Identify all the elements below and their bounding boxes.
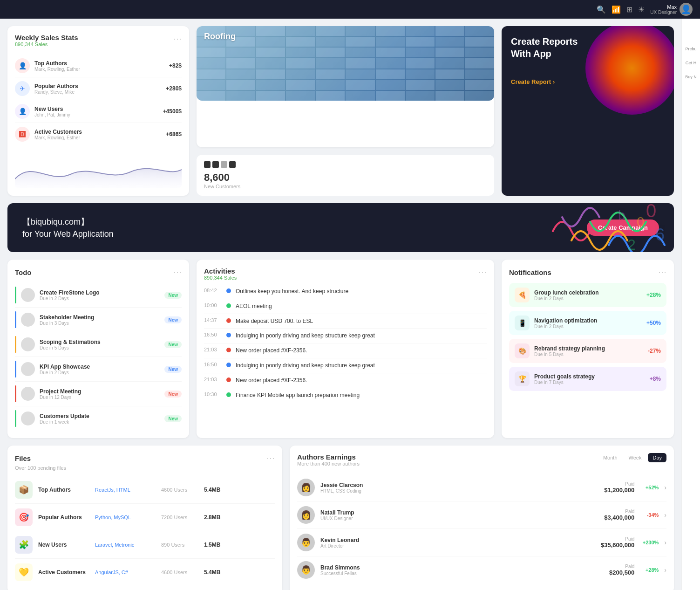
file-row: 📦 Top Authors ReactJs, HTML 4600 Users 5… bbox=[15, 476, 275, 504]
author-role: UI/UX Designer bbox=[320, 516, 598, 521]
activity-text: Outlines keep you honest. And keep struc… bbox=[236, 288, 487, 295]
user-profile[interactable]: Max UX Designer 👤 bbox=[650, 3, 693, 16]
author-paid-label: Paid bbox=[609, 564, 634, 569]
author-name: Brad Simmons bbox=[320, 564, 604, 571]
todo-bar bbox=[15, 336, 16, 353]
todo-info: Create FireStone Logo Due in 2 Days bbox=[40, 289, 160, 301]
notif-icon: 📱 bbox=[515, 316, 530, 330]
stat-name: New Users bbox=[34, 106, 158, 112]
author-percent: -34% bbox=[640, 512, 659, 518]
author-chevron-icon[interactable]: › bbox=[664, 539, 666, 546]
stat-row: 👤 Top Authors Mark, Rowling, Esther +82$ bbox=[15, 55, 182, 77]
tab-month[interactable]: Month bbox=[598, 453, 622, 462]
todo-badge: New bbox=[164, 366, 182, 373]
grid-icon[interactable]: ⊞ bbox=[626, 5, 632, 14]
author-payment: Paid $3,400,000 bbox=[604, 509, 634, 521]
stat-icon: 👤 bbox=[15, 104, 30, 119]
author-name: Jessie Clarcson bbox=[320, 482, 598, 488]
author-role: Successful Fellas bbox=[320, 571, 604, 576]
todo-title: Todo bbox=[15, 268, 32, 276]
author-avatar: 👨 bbox=[297, 534, 315, 551]
todo-item: Create FireStone Logo Due in 2 Days New bbox=[15, 283, 182, 308]
file-row: 💛 Active Customers AngularJS, C# 4600 Us… bbox=[15, 559, 275, 586]
todo-bar bbox=[15, 410, 16, 427]
files-title: Files bbox=[15, 454, 31, 462]
sidebar-right-item-1[interactable]: Get H bbox=[686, 61, 697, 65]
todo-name: Scoping & Estimations bbox=[40, 339, 160, 345]
tab-day[interactable]: Day bbox=[648, 453, 666, 462]
brightness-icon[interactable]: ☀ bbox=[638, 5, 645, 14]
file-size: 1.5MB bbox=[204, 542, 220, 548]
weekly-stats-title: Weekly Sales Stats bbox=[15, 34, 78, 41]
activity-row: 21:03 New order placed #XF-2356. bbox=[204, 343, 487, 358]
campaign-domain: 【biqubiqu.com】 bbox=[22, 216, 114, 227]
todo-item: Stakeholder Meeting Due in 3 Days New bbox=[15, 308, 182, 332]
activity-row: 14:37 Make deposit USD 700. to ESL bbox=[204, 314, 487, 329]
author-amount: $1,200,000 bbox=[604, 487, 634, 494]
weekly-stats-menu[interactable]: ⋯ bbox=[173, 34, 182, 44]
todo-bar bbox=[15, 385, 16, 402]
author-amount: $35,600,000 bbox=[601, 542, 634, 549]
stat-row: 🅱 Active Customers Mark, Rowling, Esther… bbox=[15, 123, 182, 145]
notif-name: Group lunch celebration bbox=[534, 289, 642, 296]
author-row: 👨 Kevin Leonard Art Director Paid $35,60… bbox=[297, 529, 666, 556]
todo-avatar bbox=[21, 387, 35, 401]
author-rows: 👩 Jessie Clarcson HTML, CSS Coding Paid … bbox=[297, 474, 666, 583]
todo-info: Scoping & Estimations Due in 5 Days bbox=[40, 339, 160, 350]
authors-tabs: Month Week Day bbox=[598, 453, 666, 462]
search-icon[interactable]: 🔍 bbox=[597, 5, 606, 14]
notifications-menu[interactable]: ⋯ bbox=[658, 267, 666, 277]
create-report-label: Create Report bbox=[511, 78, 551, 85]
notif-icon: 🍕 bbox=[515, 288, 530, 302]
activity-text: New order placed #XF-2356. bbox=[236, 377, 487, 384]
files-menu[interactable]: ⋯ bbox=[266, 453, 275, 463]
author-avatar: 👨 bbox=[297, 561, 315, 579]
author-percent: +28% bbox=[640, 567, 659, 573]
notif-icon: 🏆 bbox=[515, 371, 530, 386]
author-chevron-icon[interactable]: › bbox=[664, 484, 666, 491]
notif-name: Navigation optimization bbox=[534, 317, 642, 324]
author-info: Kevin Leonard Art Director bbox=[320, 537, 595, 549]
notif-info: Rebrand strategy planning Due in 5 Days bbox=[534, 345, 643, 357]
todo-due: Due in 2 Days bbox=[40, 296, 160, 301]
author-chevron-icon[interactable]: › bbox=[664, 511, 666, 519]
stat-sub: Mark, Rowling, Esther bbox=[34, 67, 164, 72]
notif-icon: 🎨 bbox=[515, 343, 530, 358]
notif-due: Due in 2 Days bbox=[534, 296, 642, 301]
author-avatar: 👩 bbox=[297, 479, 315, 496]
activity-time: 10:00 bbox=[204, 302, 222, 308]
files-card: Files ⋯ Over 100 pending files 📦 Top Aut… bbox=[7, 446, 282, 590]
author-chevron-icon[interactable]: › bbox=[664, 566, 666, 574]
todo-bar bbox=[15, 361, 16, 377]
activities-menu[interactable]: ⋯ bbox=[478, 267, 487, 277]
todo-badge: New bbox=[164, 341, 182, 348]
file-size: 5.4MB bbox=[204, 569, 220, 576]
campaign-tagline: for Your Web Application bbox=[22, 229, 114, 239]
tab-week[interactable]: Week bbox=[624, 453, 646, 462]
sidebar-right-item-0[interactable]: Prebu bbox=[685, 47, 696, 51]
activity-time: 21:03 bbox=[204, 347, 222, 352]
stat-rows: 👤 Top Authors Mark, Rowling, Esther +82$… bbox=[15, 55, 182, 145]
activities-title: Activities bbox=[204, 267, 237, 275]
author-amount: $200,500 bbox=[609, 569, 634, 576]
author-percent: +52% bbox=[640, 485, 659, 490]
stat-value: +686$ bbox=[166, 131, 182, 137]
stat-info: New Users John, Pat, Jimmy bbox=[34, 106, 158, 117]
grid-sq-2 bbox=[212, 161, 219, 168]
authors-earnings-card: Authors Earnings More than 400 new autho… bbox=[290, 446, 674, 590]
todo-menu[interactable]: ⋯ bbox=[173, 267, 182, 277]
author-payment: Paid $35,600,000 bbox=[601, 536, 634, 549]
sidebar-right-item-2[interactable]: Buy N bbox=[685, 75, 697, 79]
stat-info: Top Authors Mark, Rowling, Esther bbox=[34, 60, 164, 72]
stat-value: +82$ bbox=[169, 62, 182, 69]
grid-sq-3 bbox=[221, 161, 227, 168]
avatar[interactable]: 👤 bbox=[680, 3, 693, 16]
author-row: 👨 Brad Simmons Successful Fellas Paid $2… bbox=[297, 556, 666, 583]
todo-badge: New bbox=[164, 316, 182, 323]
notification-item: 🎨 Rebrand strategy planning Due in 5 Day… bbox=[509, 339, 666, 363]
author-row: 👩 Natali Trump UI/UX Designer Paid $3,40… bbox=[297, 501, 666, 529]
create-campaign-button[interactable]: Create Campaign bbox=[587, 220, 659, 236]
activities-subtitle: 890,344 Sales bbox=[204, 275, 237, 281]
file-users: 4600 Users bbox=[161, 487, 198, 493]
notification-item: 🍕 Group lunch celebration Due in 2 Days … bbox=[509, 283, 666, 307]
